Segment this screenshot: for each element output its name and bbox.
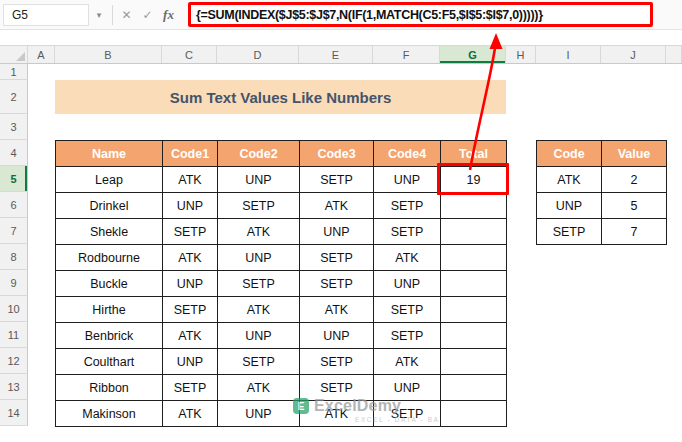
cell-G14[interactable] (441, 401, 507, 427)
main-header-code1[interactable]: Code1 (163, 141, 218, 167)
cell-F7[interactable]: SETP (374, 219, 441, 245)
row-header-14[interactable]: 14 (0, 400, 28, 426)
cell-D11[interactable]: UNP (218, 323, 300, 349)
cancel-icon[interactable]: ✕ (116, 8, 137, 22)
col-header-F[interactable]: F (373, 46, 440, 63)
cell-D10[interactable]: ATK (218, 297, 300, 323)
cell-C11[interactable]: ATK (163, 323, 218, 349)
cell-D12[interactable]: SETP (218, 349, 300, 375)
cell-C5[interactable]: ATK (163, 167, 218, 193)
cell-J5[interactable]: 2 (602, 167, 667, 193)
col-header-I[interactable]: I (536, 46, 601, 63)
row-header-9[interactable]: 9 (0, 270, 28, 296)
cell-C6[interactable]: UNP (163, 193, 218, 219)
cell-G9[interactable] (441, 271, 507, 297)
cell-F14[interactable]: SETP (374, 401, 441, 427)
cell-C14[interactable]: ATK (163, 401, 218, 427)
row-header-3[interactable]: 3 (0, 114, 28, 140)
row-header-13[interactable]: 13 (0, 374, 28, 400)
main-header-total[interactable]: Total (441, 141, 507, 167)
cell-G10[interactable] (441, 297, 507, 323)
cell-I7[interactable]: SETP (537, 219, 602, 245)
row-header-5[interactable]: 5 (0, 166, 28, 192)
select-all-corner[interactable] (0, 46, 28, 63)
cell-B13[interactable]: Ribbon (56, 375, 163, 401)
row-header-10[interactable]: 10 (0, 296, 28, 322)
cell-J6[interactable]: 5 (602, 193, 667, 219)
cell-G8[interactable] (441, 245, 507, 271)
cell-D8[interactable]: UNP (218, 245, 300, 271)
cell-B14[interactable]: Makinson (56, 401, 163, 427)
main-header-name[interactable]: Name (56, 141, 163, 167)
cell-F12[interactable]: ATK (374, 349, 441, 375)
cell-D13[interactable]: ATK (218, 375, 300, 401)
cell-F9[interactable]: UNP (374, 271, 441, 297)
formula-input[interactable]: {=SUM(INDEX($J$5:$J$7,N(IF(1,MATCH(C5:F5… (188, 2, 653, 27)
cell-E6[interactable]: ATK (300, 193, 374, 219)
cell-B6[interactable]: Drinkel (56, 193, 163, 219)
cell-C10[interactable]: SETP (163, 297, 218, 323)
cell-E9[interactable]: SETP (300, 271, 374, 297)
cell-F6[interactable]: SETP (374, 193, 441, 219)
cell-G13[interactable] (441, 375, 507, 401)
row-header-2[interactable]: 2 (0, 80, 28, 114)
cell-B5[interactable]: Leap (56, 167, 163, 193)
cell-E7[interactable]: UNP (300, 219, 374, 245)
cell-F13[interactable]: UNP (374, 375, 441, 401)
row-header-7[interactable]: 7 (0, 218, 28, 244)
cell-E13[interactable]: SETP (300, 375, 374, 401)
cell-E10[interactable]: ATK (300, 297, 374, 323)
col-header-H[interactable]: H (506, 46, 536, 63)
cell-G11[interactable] (441, 323, 507, 349)
lookup-header-value[interactable]: Value (602, 141, 667, 167)
cell-C12[interactable]: UNP (163, 349, 218, 375)
cell-I5[interactable]: ATK (537, 167, 602, 193)
cell-F10[interactable]: SETP (374, 297, 441, 323)
cell-B12[interactable]: Coulthart (56, 349, 163, 375)
cell-C7[interactable]: SETP (163, 219, 218, 245)
cell-G7[interactable] (441, 219, 507, 245)
cell-E5[interactable]: SETP (300, 167, 374, 193)
col-header-E[interactable]: E (299, 46, 373, 63)
cell-E8[interactable]: SETP (300, 245, 374, 271)
cell-J7[interactable]: 7 (602, 219, 667, 245)
cell-E12[interactable]: SETP (300, 349, 374, 375)
cell-C9[interactable]: UNP (163, 271, 218, 297)
row-header-8[interactable]: 8 (0, 244, 28, 270)
col-header-G[interactable]: G (440, 46, 506, 63)
row-header-12[interactable]: 12 (0, 348, 28, 374)
insert-function-icon[interactable]: fx (158, 7, 179, 23)
cell-G5-active[interactable]: 19 (441, 167, 507, 193)
cell-B9[interactable]: Buckle (56, 271, 163, 297)
name-box[interactable]: G5 (3, 4, 89, 26)
cell-F8[interactable]: ATK (374, 245, 441, 271)
row-header-6[interactable]: 6 (0, 192, 28, 218)
cell-E14[interactable]: ATK (300, 401, 374, 427)
col-header-J[interactable]: J (601, 46, 666, 63)
cell-E11[interactable]: UNP (300, 323, 374, 349)
row-header-1[interactable]: 1 (0, 64, 28, 80)
cell-I6[interactable]: UNP (537, 193, 602, 219)
col-header-A[interactable]: A (28, 46, 55, 63)
lookup-header-code[interactable]: Code (537, 141, 602, 167)
cell-F5[interactable]: UNP (374, 167, 441, 193)
cell-B8[interactable]: Rodbourne (56, 245, 163, 271)
cell-D5[interactable]: UNP (218, 167, 300, 193)
row-header-4[interactable]: 4 (0, 140, 28, 166)
cell-D14[interactable]: UNP (218, 401, 300, 427)
main-header-code4[interactable]: Code4 (374, 141, 441, 167)
cell-B11[interactable]: Benbrick (56, 323, 163, 349)
cell-B7[interactable]: Shekle (56, 219, 163, 245)
name-box-dropdown-icon[interactable]: ▾ (89, 10, 109, 20)
col-header-D[interactable]: D (217, 46, 299, 63)
cell-D9[interactable]: SETP (218, 271, 300, 297)
col-header-B[interactable]: B (55, 46, 162, 63)
cell-G6[interactable] (441, 193, 507, 219)
cell-G12[interactable] (441, 349, 507, 375)
main-header-code2[interactable]: Code2 (218, 141, 300, 167)
main-header-code3[interactable]: Code3 (300, 141, 374, 167)
cell-B10[interactable]: Hirthe (56, 297, 163, 323)
cell-C13[interactable]: SETP (163, 375, 218, 401)
cell-F11[interactable]: SETP (374, 323, 441, 349)
row-header-11[interactable]: 11 (0, 322, 28, 348)
